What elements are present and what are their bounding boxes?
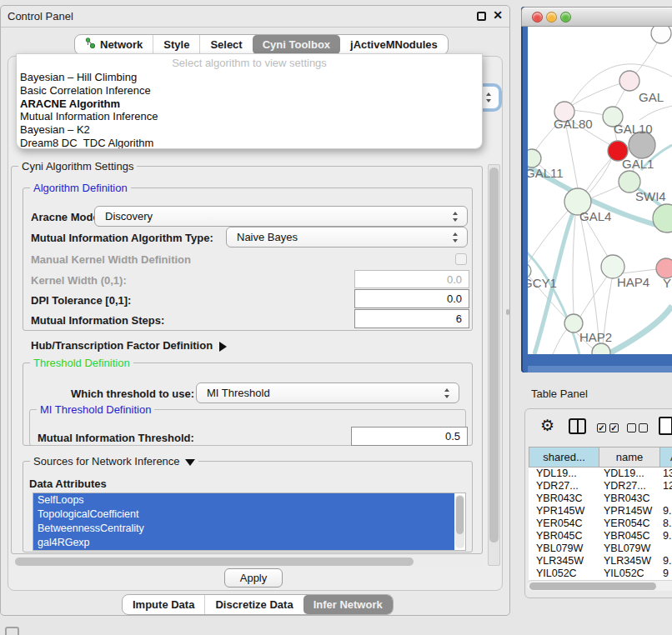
table-panel: ⚙✓✓ shared...nameA YDL19...YDL19...13YDR…	[524, 408, 672, 598]
table-cell: 12	[660, 480, 672, 492]
mi-algorithm-type-combobox[interactable]: Naive Bayes	[226, 227, 468, 248]
table-cell: YER054C	[599, 518, 660, 530]
network-canvas[interactable]: GALGAL80GAL10GAL1GAL11SWI4GAL4GCY1HAP4YH…	[528, 27, 672, 354]
node-label-hap2: HAP2	[579, 330, 612, 344]
attribute-item-gal4rgexp[interactable]: gal4RGexp	[33, 536, 454, 550]
tab-discretize-data[interactable]: Discretize Data	[204, 595, 303, 614]
combobox-stepper-icon	[444, 388, 450, 398]
split-view-icon[interactable]	[569, 418, 586, 434]
combobox-stepper-icon	[453, 232, 459, 242]
table-row[interactable]: YDR27...YDR27...12	[529, 480, 672, 492]
attribute-item-topologicalcoefficient[interactable]: TopologicalCoefficient	[33, 508, 454, 522]
algorithm-option-bayesian-hill-climbing[interactable]: Bayesian – Hill Climbing	[17, 71, 482, 84]
network-view-window: GALGAL80GAL10GAL1GAL11SWI4GAL4GCY1HAP4YH…	[521, 7, 672, 372]
hub-definition-expander[interactable]: Hub/Transcription Factor Definition	[31, 339, 227, 352]
combobox-stepper-icon	[453, 212, 459, 222]
table-row[interactable]: YIL052CYIL052C9	[529, 568, 672, 580]
gear-icon[interactable]: ⚙	[540, 416, 554, 435]
mi-steps-field[interactable]: 6	[354, 309, 469, 328]
dpi-tolerance-field[interactable]: 0.0	[354, 289, 469, 308]
algorithm-option-dream8-dc-tdc-algorithm[interactable]: Dream8 DC_TDC Algorithm	[17, 137, 482, 149]
kernel-width-field[interactable]: 0.0	[354, 270, 469, 288]
data-attributes-label: Data Attributes	[29, 478, 107, 490]
network-node[interactable]	[592, 343, 610, 354]
control-panel-titlebar: Control Panel ✕	[1, 6, 509, 28]
close-icon[interactable]: ✕	[493, 8, 503, 22]
minimized-panel-chip[interactable]	[5, 627, 19, 635]
collapsed-arrow-icon	[219, 342, 227, 352]
sources-title[interactable]: Sources for Network Inference	[30, 455, 198, 468]
splitter-handle[interactable]	[506, 309, 509, 315]
attribute-item-betweennesscentrality[interactable]: BetweennessCentrality	[33, 522, 454, 536]
unchecked-checkbox-icon[interactable]	[639, 423, 648, 432]
which-threshold-combobox[interactable]: MI Threshold	[196, 382, 459, 403]
threshold-definition-title: Threshold Definition	[30, 357, 133, 369]
float-icon[interactable]	[477, 12, 486, 21]
column-header-name[interactable]: name	[599, 447, 660, 468]
table-row[interactable]: YBR043CYBR043C	[529, 492, 672, 505]
manual-kernel-width-checkbox[interactable]	[455, 253, 467, 265]
aracne-mode-combobox[interactable]: Discovery	[94, 206, 468, 227]
table-row[interactable]: YBR045CYBR045C9.	[529, 530, 672, 542]
node-label-hap4: HAP4	[617, 275, 649, 289]
table-horizontal-scrollbar[interactable]	[527, 580, 672, 591]
tab-label: Network	[100, 38, 143, 51]
tab-cyni-toolbox[interactable]: Cyni Toolbox	[253, 35, 340, 54]
close-light[interactable]	[532, 12, 543, 22]
mi-threshold-definition-title: MI Threshold Definition	[37, 403, 154, 416]
network-node[interactable]	[651, 27, 671, 43]
cyni-bottom-tabs: Impute DataDiscretize DataInfer Network	[122, 594, 394, 615]
network-edge	[590, 185, 621, 198]
network-node-gal11[interactable]	[528, 149, 541, 168]
tab-label: Style	[163, 38, 189, 51]
tab-jactivemnodules[interactable]: jActiveMNodules	[340, 35, 448, 54]
page-icon[interactable]	[659, 417, 672, 435]
node-label-gal1: GAL1	[622, 157, 654, 171]
column-header-shared[interactable]: shared...	[529, 447, 599, 468]
table-header-row: shared...nameA	[529, 447, 672, 468]
minimize-light[interactable]	[546, 12, 557, 22]
network-graph-icon	[85, 38, 96, 52]
checked-checkbox-icon[interactable]: ✓	[609, 423, 619, 432]
expanded-arrow-icon	[185, 459, 195, 466]
tab-select[interactable]: Select	[199, 35, 252, 54]
zoom-light[interactable]	[560, 12, 571, 22]
column-header-a[interactable]: A	[660, 447, 672, 468]
settings-horizontal-scrollbar[interactable]	[13, 556, 484, 568]
apply-button[interactable]: Apply	[224, 568, 283, 588]
network-node[interactable]	[653, 204, 672, 232]
tab-label: Cyni Toolbox	[263, 38, 330, 51]
table-cell: YBR045C	[529, 530, 599, 542]
algorithm-option-mutual-information-inference[interactable]: Mutual Information Inference	[17, 110, 482, 123]
tab-infer-network[interactable]: Infer Network	[303, 595, 393, 614]
manual-kernel-width-label: Manual Kernel Width Definition	[31, 253, 191, 266]
attributes-list-scrollbar[interactable]	[455, 495, 464, 548]
algorithm-option-aracne-algorithm[interactable]: ARACNE Algorithm	[17, 98, 482, 111]
table-row[interactable]: YLR345WYLR345W9.	[529, 555, 672, 568]
tab-style[interactable]: Style	[153, 35, 199, 54]
table-panel-title: Table Panel	[531, 388, 588, 400]
tab-impute-data[interactable]: Impute Data	[123, 595, 204, 614]
network-edge	[589, 160, 611, 192]
table-row[interactable]: YER054CYER054C8.	[529, 518, 672, 530]
dpi-tolerance-label: DPI Tolerance [0,1]:	[31, 294, 131, 307]
application-screen: Control Panel ✕ NetworkStyleSelectCyni T…	[0, 0, 672, 635]
checked-checkbox-icon[interactable]: ✓	[597, 423, 606, 432]
table-panel-toolbar: ⚙✓✓	[525, 409, 672, 444]
algorithm-option-bayesian-k2[interactable]: Bayesian – K2	[17, 123, 482, 137]
table-cell: YDL19...	[529, 468, 599, 480]
network-node-gal[interactable]	[619, 71, 639, 91]
which-threshold-value: MI Threshold	[207, 387, 270, 399]
unchecked-checkbox-icon[interactable]	[627, 423, 636, 432]
table-cell: 9.	[660, 530, 672, 542]
kernel-width-label: Kernel Width (0,1):	[31, 274, 127, 287]
node-label-gal11: GAL11	[528, 166, 564, 180]
mi-threshold-field[interactable]: 0.5	[351, 427, 468, 446]
table-row[interactable]: YDL19...YDL19...13	[529, 468, 672, 480]
attribute-item-selfloops[interactable]: SelfLoops	[33, 493, 454, 508]
table-row[interactable]: YPR145WYPR145W9.	[529, 505, 672, 518]
algorithm-option-basic-correlation-inference[interactable]: Basic Correlation Inference	[17, 84, 482, 98]
table-row[interactable]: YBL079WYBL079W	[529, 542, 672, 555]
settings-vertical-scrollbar[interactable]	[488, 164, 500, 566]
tab-network[interactable]: Network	[75, 35, 153, 54]
